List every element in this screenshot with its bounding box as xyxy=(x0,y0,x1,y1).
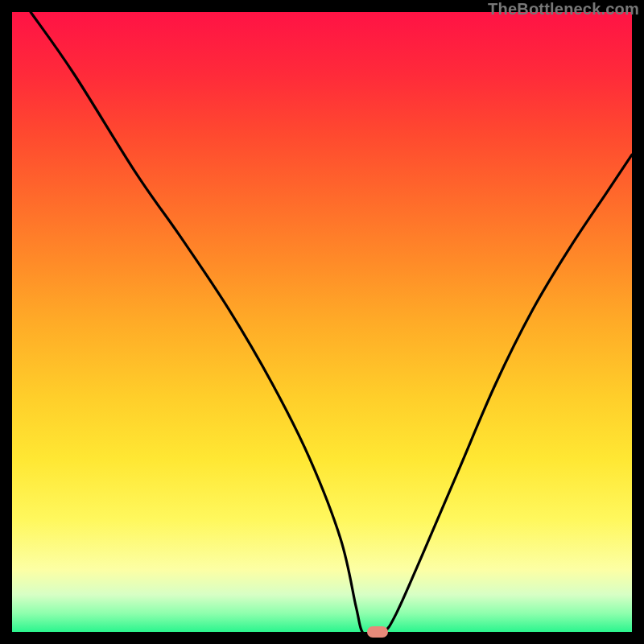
plot-area xyxy=(12,12,632,632)
bottleneck-curve xyxy=(31,12,632,632)
chart-container: TheBottleneck.com xyxy=(0,0,644,644)
curve-layer xyxy=(12,12,632,632)
optimum-marker xyxy=(367,626,388,638)
watermark-text: TheBottleneck.com xyxy=(488,0,639,19)
